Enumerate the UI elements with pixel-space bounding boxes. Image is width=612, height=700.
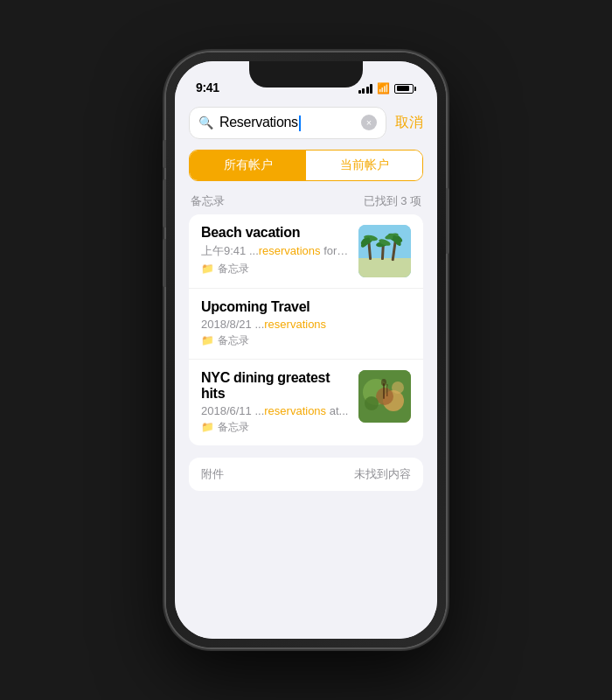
search-cursor xyxy=(299,116,301,131)
segment-all-accounts[interactable]: 所有帐户 xyxy=(190,150,306,180)
search-icon: 🔍 xyxy=(198,116,213,130)
svg-point-20 xyxy=(381,379,386,386)
thumb-nyc-img xyxy=(358,370,411,423)
notes-result-list: Beach vacation 上午9:41 ...reservations fo… xyxy=(189,214,423,445)
phone-wrapper: 9:41 📶 xyxy=(166,52,446,648)
content-area: 🔍 Reservations × 取消 所有帐户 当前帐户 备忘录 已找到 3 … xyxy=(175,100,437,639)
folder-icon-travel: 📁 xyxy=(201,334,214,346)
wifi-icon: 📶 xyxy=(377,82,390,94)
signal-icon xyxy=(358,84,373,94)
list-item[interactable]: Beach vacation 上午9:41 ...reservations fo… xyxy=(189,214,423,289)
result-meta-nyc: 2018/6/11 ...reservations at... xyxy=(201,404,350,417)
search-query: Reservations xyxy=(219,115,298,130)
volume-up-button xyxy=(163,179,166,228)
meta-highlight-travel: reservations xyxy=(264,318,326,331)
battery-fill xyxy=(397,86,409,91)
meta-suffix-beach: for Fri... xyxy=(321,244,350,257)
result-text-beach: Beach vacation 上午9:41 ...reservations fo… xyxy=(201,225,350,276)
result-title-beach: Beach vacation xyxy=(201,225,350,241)
result-folder-beach: 📁 备忘录 xyxy=(201,262,350,276)
screen: 9:41 📶 xyxy=(175,61,437,639)
svg-rect-1 xyxy=(358,258,411,277)
attachments-title: 附件 xyxy=(201,466,224,482)
status-time: 9:41 xyxy=(196,80,219,94)
search-cancel-button[interactable]: 取消 xyxy=(395,114,423,132)
folder-label-nyc: 备忘录 xyxy=(218,420,249,435)
meta-suffix-nyc: at... xyxy=(326,404,348,417)
list-item[interactable]: NYC dining greatest hits 2018/6/11 ...re… xyxy=(189,360,423,445)
segment-current-account[interactable]: 当前帐户 xyxy=(306,150,422,180)
folder-icon-nyc: 📁 xyxy=(201,421,214,433)
folder-label-beach: 备忘录 xyxy=(218,262,249,276)
nyc-svg xyxy=(358,370,411,423)
folder-label-travel: 备忘录 xyxy=(218,333,249,348)
result-title-travel: Upcoming Travel xyxy=(201,299,411,315)
result-title-nyc: NYC dining greatest hits xyxy=(201,370,350,402)
result-meta-travel: 2018/8/21 ...reservations xyxy=(201,318,411,331)
notes-section-title: 备忘录 xyxy=(191,193,225,209)
result-text-nyc: NYC dining greatest hits 2018/6/11 ...re… xyxy=(201,370,350,435)
meta-prefix-nyc: 2018/6/11 ... xyxy=(201,404,264,417)
svg-point-17 xyxy=(365,396,379,410)
folder-icon-beach: 📁 xyxy=(201,262,214,275)
search-bar-row: 🔍 Reservations × 取消 xyxy=(189,107,423,139)
search-input[interactable]: Reservations xyxy=(219,115,355,131)
mute-button xyxy=(163,140,166,168)
segment-control: 所有帐户 当前帐户 xyxy=(189,150,423,181)
result-folder-travel: 📁 备忘录 xyxy=(201,333,411,348)
power-button xyxy=(446,188,449,254)
notes-section-header: 备忘录 已找到 3 项 xyxy=(189,193,423,209)
list-item[interactable]: Upcoming Travel 2018/8/21 ...reservation… xyxy=(189,289,423,360)
meta-highlight-beach: reservations xyxy=(259,244,321,257)
svg-point-18 xyxy=(392,382,404,394)
notes-section-count: 已找到 3 项 xyxy=(364,193,421,209)
signal-bar-4 xyxy=(370,84,372,94)
attachments-empty-text: 未找到内容 xyxy=(354,466,411,482)
volume-down-button xyxy=(163,239,166,287)
notch xyxy=(249,61,363,88)
result-meta-beach: 上午9:41 ...reservations for Fri... xyxy=(201,243,350,259)
search-clear-button[interactable]: × xyxy=(361,115,377,130)
signal-bar-1 xyxy=(358,90,361,94)
search-bar[interactable]: 🔍 Reservations × xyxy=(189,107,386,139)
beach-svg xyxy=(358,225,411,277)
battery-body xyxy=(394,84,414,94)
status-icons: 📶 xyxy=(358,82,417,94)
battery-tip xyxy=(414,87,416,91)
thumb-beach-img xyxy=(358,225,411,277)
meta-highlight-nyc: reservations xyxy=(264,404,326,417)
result-text-travel: Upcoming Travel 2018/8/21 ...reservation… xyxy=(201,299,411,348)
signal-bar-3 xyxy=(366,87,369,94)
signal-bar-2 xyxy=(362,88,365,94)
result-thumb-nyc xyxy=(358,370,411,423)
meta-prefix-beach: 上午9:41 ... xyxy=(201,244,259,257)
meta-prefix-travel: 2018/8/21 ... xyxy=(201,318,264,331)
result-folder-nyc: 📁 备忘录 xyxy=(201,420,350,435)
battery-icon xyxy=(394,84,416,94)
result-thumb-beach xyxy=(358,225,411,277)
svg-rect-21 xyxy=(386,384,388,396)
attachments-section: 附件 未找到内容 xyxy=(189,458,423,491)
